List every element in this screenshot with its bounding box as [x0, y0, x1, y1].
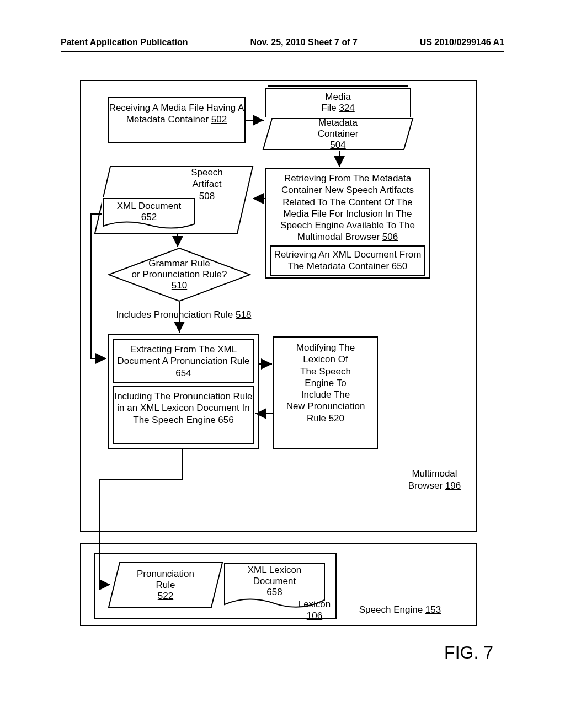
metadata-container-shape: MetadataContainer 504 — [262, 117, 414, 151]
xml-document-shape: XML Document652 — [102, 197, 196, 232]
header-rule — [61, 51, 504, 52]
pronunciation-rule-shape: PronunciationRule522 — [108, 561, 223, 608]
grammar-or-pronunciation-decision: Grammar Ruleor Pronunciation Rule?510 — [108, 247, 251, 302]
modifying-lexicon-box: Modifying TheLexicon OfThe SpeechEngine … — [273, 336, 378, 449]
includes-pronunciation-label: Includes Pronunciation Rule 518 — [109, 309, 258, 320]
multimodal-browser-label: MultimodalBrowser 196 — [392, 468, 477, 492]
lexicon-label: Lexicon106 — [290, 598, 339, 622]
header-center: Nov. 25, 2010 Sheet 7 of 7 — [250, 38, 357, 47]
header-left: Patent Application Publication — [61, 38, 188, 47]
figure-number: FIG. 7 — [444, 643, 493, 663]
speech-artifact-text: SpeechArtifact508 — [166, 167, 248, 202]
page-header: Patent Application Publication Nov. 25, … — [61, 38, 504, 47]
xml-lexicon-document-shape: XML LexiconDocument 658 — [223, 563, 326, 604]
speech-engine-label: Speech Engine 153 — [345, 604, 455, 615]
retrieving-xml-box: Retrieving An XML Document From The Meta… — [270, 245, 425, 276]
receiving-media-file-box: Receiving A Media File Having A Metadata… — [108, 97, 246, 143]
extracting-pronunciation-box: Extracting From The XML Document A Pronu… — [113, 339, 254, 383]
media-file-box: MediaFile 324 — [265, 88, 411, 119]
including-pronunciation-box: Including The Pronunciation Rule in an X… — [113, 386, 254, 444]
header-right: US 2010/0299146 A1 — [420, 38, 504, 47]
